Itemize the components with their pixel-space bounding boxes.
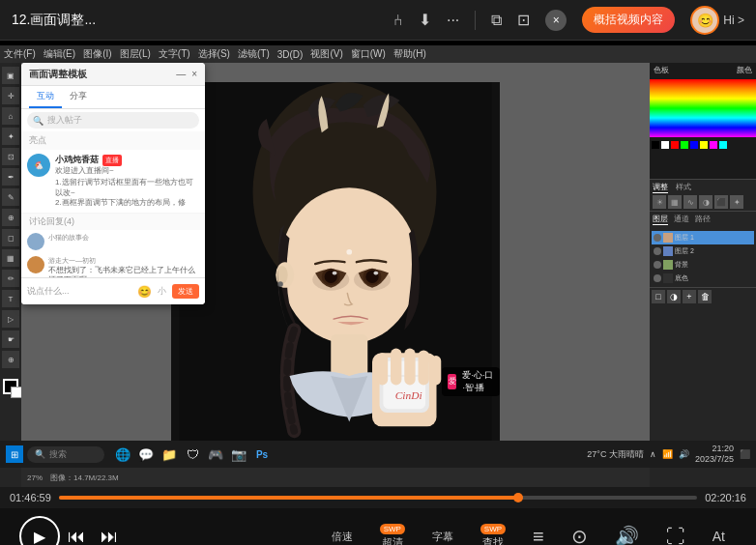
pip-icon[interactable]: ⧉ xyxy=(491,12,502,29)
app-photo[interactable]: 📷 xyxy=(228,444,249,465)
color-gradient[interactable] xyxy=(650,79,756,137)
tool-move[interactable]: ✛ xyxy=(2,87,19,104)
taskbar-search[interactable]: 🔍 搜索 xyxy=(27,446,104,463)
subtitle-option[interactable]: 字幕 xyxy=(421,530,465,544)
new-layer-btn[interactable]: + xyxy=(683,290,696,303)
tool-pen[interactable]: ✏ xyxy=(2,270,19,287)
crop-icon[interactable]: ⊡ xyxy=(517,11,530,29)
app-files[interactable]: 📁 xyxy=(159,444,180,465)
ps-menu-text[interactable]: 文字(T) xyxy=(159,47,190,61)
layer-item[interactable]: 图层 1 xyxy=(652,231,754,244)
summarize-button[interactable]: 概括视频内容 xyxy=(582,7,675,33)
delete-layer-btn[interactable]: 🗑 xyxy=(698,290,712,303)
tool-select[interactable]: ▣ xyxy=(2,67,19,84)
ps-menu-help[interactable]: 帮助(H) xyxy=(393,47,426,61)
swatch-yellow[interactable] xyxy=(700,141,708,149)
tool-text[interactable]: T xyxy=(2,290,19,307)
tray-icon-wifi[interactable]: 📶 xyxy=(662,449,673,459)
swatch-magenta[interactable] xyxy=(710,141,717,149)
swatch-black[interactable] xyxy=(652,141,659,149)
tool-clone[interactable]: ⊕ xyxy=(2,209,19,226)
adj-hue[interactable]: ◑ xyxy=(699,195,712,209)
ps-menu-layer[interactable]: 图层(L) xyxy=(120,47,151,61)
layer-item[interactable]: 图层 2 xyxy=(652,244,754,258)
app-chat[interactable]: 💬 xyxy=(135,444,157,465)
new-group-btn[interactable]: □ xyxy=(652,290,665,303)
smart-ai-icon[interactable]: 爱 xyxy=(448,374,456,389)
swatch-cyan[interactable] xyxy=(719,141,727,149)
chat-input-placeholder[interactable]: 说点什么... xyxy=(27,285,131,298)
show-desktop[interactable]: ⬛ xyxy=(740,449,750,459)
adj-levels[interactable]: ▦ xyxy=(668,195,682,209)
layers-tab[interactable]: 图层 xyxy=(653,214,668,225)
adj-curves[interactable]: ∿ xyxy=(683,195,697,209)
tool-eraser[interactable]: ◻ xyxy=(2,229,19,246)
swatch-red[interactable] xyxy=(671,141,679,149)
tool-magic[interactable]: ✦ xyxy=(2,128,19,145)
tab-interaction[interactable]: 互动 xyxy=(29,86,62,108)
layer-item[interactable]: 底色 xyxy=(652,272,754,285)
tab-share[interactable]: 分享 xyxy=(62,86,95,108)
ps-menu-image[interactable]: 图像(I) xyxy=(83,47,111,61)
chat-close-btn[interactable]: × xyxy=(191,69,197,79)
adj-vibrance[interactable]: ✦ xyxy=(730,195,743,209)
playlist-icon[interactable]: ≡ xyxy=(521,526,556,546)
adjustments-tab[interactable]: 调整 xyxy=(653,182,668,193)
close-button[interactable]: × xyxy=(545,10,567,31)
ps-menu-filter[interactable]: 滤镜(T) xyxy=(238,47,270,61)
tool-zoom[interactable]: ⊕ xyxy=(2,351,19,368)
layer-visibility[interactable] xyxy=(654,274,661,282)
emoji-button[interactable]: 😊 xyxy=(137,285,152,299)
channels-tab[interactable]: 通道 xyxy=(674,214,689,225)
swatch-blue[interactable] xyxy=(690,141,698,149)
tool-shape[interactable]: ▷ xyxy=(2,310,19,328)
tool-eyedropper[interactable]: ✒ xyxy=(2,168,19,186)
chat-minimize[interactable]: — xyxy=(176,69,186,79)
send-button[interactable]: 发送 xyxy=(172,284,199,299)
share-icon[interactable]: ⑃ xyxy=(393,12,403,29)
tool-brush[interactable]: ✎ xyxy=(2,188,19,206)
volume-icon[interactable]: 🔊 xyxy=(603,525,651,545)
swatch-green[interactable] xyxy=(681,141,688,149)
start-button[interactable]: ⊞ xyxy=(6,445,23,463)
adj-color-balance[interactable]: ⬛ xyxy=(714,195,728,209)
tool-lasso[interactable]: ⌂ xyxy=(2,107,19,125)
quality-option[interactable]: SWP 超清 xyxy=(368,524,417,546)
styles-tab[interactable]: 样式 xyxy=(676,182,691,193)
tray-icon-1[interactable]: ∧ xyxy=(650,449,656,459)
tool-gradient[interactable]: ▦ xyxy=(2,249,19,267)
fullscreen-icon[interactable]: ⛶ xyxy=(654,526,697,546)
ps-menu-file[interactable]: 文件(F) xyxy=(4,47,36,61)
tool-hand[interactable]: ☛ xyxy=(2,330,19,348)
at-label[interactable]: At xyxy=(701,529,737,544)
find-option[interactable]: SWP 查找 xyxy=(469,524,517,546)
ps-menu-3d[interactable]: 3D(D) xyxy=(277,49,304,60)
app-game[interactable]: 🎮 xyxy=(205,444,226,465)
tray-icon-sound[interactable]: 🔊 xyxy=(679,449,689,459)
cast-icon[interactable]: ⊙ xyxy=(560,525,599,545)
ps-menu-view[interactable]: 视图(V) xyxy=(310,47,342,61)
ps-menu-select[interactable]: 选择(S) xyxy=(198,47,230,61)
swatch-white[interactable] xyxy=(661,141,669,149)
hi-label[interactable]: Hi > xyxy=(723,14,744,27)
layer-item[interactable]: 背景 xyxy=(652,258,754,272)
next-button[interactable]: ⏭ xyxy=(93,527,126,546)
progress-bar[interactable] xyxy=(59,496,697,500)
prev-button[interactable]: ⏮ xyxy=(60,527,93,546)
speed-option[interactable]: 倍速 xyxy=(320,530,364,544)
tool-crop[interactable]: ⊡ xyxy=(2,148,19,165)
app-browser[interactable]: 🌐 xyxy=(112,444,133,465)
chat-search-bar[interactable]: 🔍 搜入帖子 xyxy=(27,112,199,129)
layer-visibility[interactable] xyxy=(654,247,661,255)
more-icon[interactable]: ··· xyxy=(447,12,459,29)
layer-visibility[interactable] xyxy=(654,261,661,269)
avatar[interactable]: 😊 xyxy=(690,6,719,35)
ps-menu-window[interactable]: 窗口(W) xyxy=(351,47,386,61)
new-adjustment-btn[interactable]: ◑ xyxy=(667,290,681,303)
paths-tab[interactable]: 路径 xyxy=(695,214,711,225)
app-ps[interactable]: Ps xyxy=(251,444,273,465)
layer-visibility[interactable] xyxy=(654,234,661,242)
play-button[interactable]: ▶ xyxy=(19,516,60,545)
color-foreground[interactable] xyxy=(3,379,18,394)
adj-brightness[interactable]: ☀ xyxy=(653,195,666,209)
